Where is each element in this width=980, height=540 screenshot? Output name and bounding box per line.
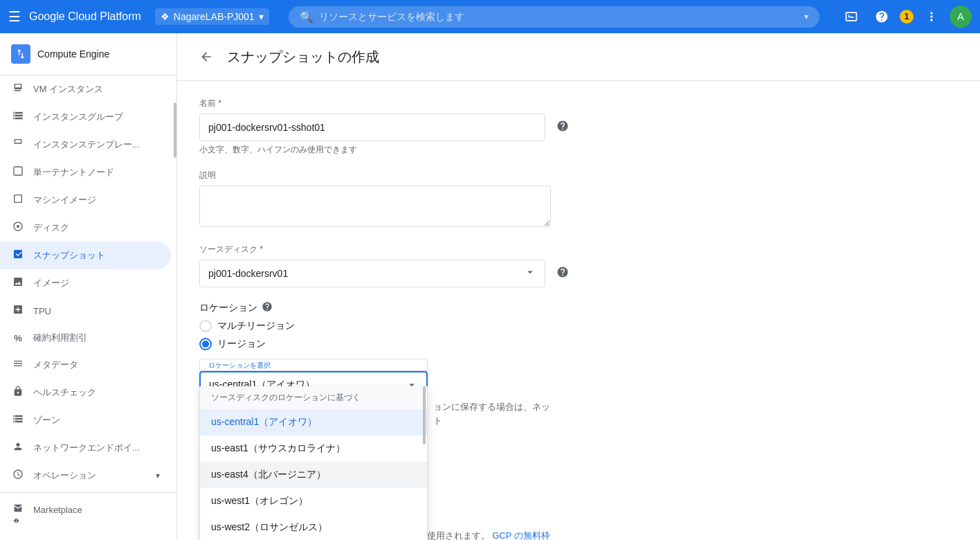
dropdown-item-us-west2[interactable]: us-west2（ロサンゼルス） bbox=[200, 514, 427, 540]
region-label: リージョン bbox=[217, 338, 266, 350]
source-disk-value: pj001-dockersrv01 bbox=[208, 268, 524, 279]
sidebar-item-tpu[interactable]: TPU bbox=[0, 297, 171, 325]
main-content: スナップショットの作成 名前 * 小文字、数字、ハイフンのみ使用できます 説明 bbox=[177, 33, 980, 540]
sidebar-item-label: VM インスタンス bbox=[33, 83, 160, 96]
dropdown-scrollbar bbox=[423, 386, 426, 444]
instance-templates-icon bbox=[11, 138, 25, 152]
sidebar-item-zones[interactable]: ゾーン bbox=[0, 406, 171, 434]
sidebar-item-sole-tenant[interactable]: 単一テナントノード bbox=[0, 159, 171, 186]
form-area: 名前 * 小文字、数字、ハイフンのみ使用できます 説明 ソースディスク bbox=[177, 81, 772, 496]
region-radio-dot bbox=[202, 341, 209, 348]
search-bar[interactable]: 🔍 ▾ bbox=[289, 6, 819, 28]
sidebar-title: Compute Engine bbox=[37, 48, 109, 60]
metadata-icon bbox=[11, 358, 25, 372]
name-input-wrapper bbox=[199, 114, 545, 141]
back-button[interactable] bbox=[194, 44, 219, 69]
project-selector[interactable]: ❖ NagareLAB-PJ001 ▾ bbox=[155, 8, 269, 25]
sidebar-item-committed-use[interactable]: % 確約利用割引 bbox=[0, 325, 171, 351]
svg-rect-0 bbox=[14, 167, 22, 175]
terminal-icon-btn[interactable] bbox=[839, 4, 864, 29]
region-radio[interactable]: リージョン bbox=[199, 338, 750, 350]
project-name: NagareLAB-PJ001 bbox=[174, 11, 255, 22]
sidebar-item-label: インスタンステンプレー... bbox=[33, 138, 160, 151]
sidebar-item-network-endpoints[interactable]: ネットワークエンドポイ... bbox=[0, 434, 171, 462]
more-icon-btn[interactable] bbox=[919, 4, 944, 29]
page-title: スナップショットの作成 bbox=[227, 48, 379, 66]
operations-expand-icon: ▾ bbox=[156, 471, 160, 480]
instance-groups-icon bbox=[11, 110, 25, 124]
dropdown-group-label: ソースディスクのロケーションに基づく bbox=[200, 386, 427, 409]
location-dropdown-area: ロケーションを選択 us-central1（アイオワ） ソースディスクのロケーシ… bbox=[199, 359, 750, 427]
sole-tenant-icon bbox=[11, 165, 25, 179]
sidebar-item-label: ディスク bbox=[33, 222, 160, 234]
location-help-icon[interactable] bbox=[262, 301, 273, 314]
sidebar-item-label: マシンイメージ bbox=[33, 194, 160, 206]
sidebar-item-metadata[interactable]: メタデータ bbox=[0, 351, 171, 379]
sidebar-item-machine-images[interactable]: マシンイメージ bbox=[0, 186, 171, 214]
sidebar-item-label: ネットワークエンドポイ... bbox=[33, 442, 160, 454]
sidebar-item-label: 単一テナントノード bbox=[33, 166, 160, 179]
app-logo: Google Cloud Platform bbox=[29, 10, 141, 23]
name-field: 名前 * 小文字、数字、ハイフンのみ使用できます bbox=[199, 98, 750, 156]
disks-icon bbox=[11, 221, 25, 235]
dropdown-item-us-west1[interactable]: us-west1（オレゴン） bbox=[200, 488, 427, 514]
help-icon-btn[interactable] bbox=[869, 4, 894, 29]
multiregion-radio[interactable]: マルチリージョン bbox=[199, 320, 750, 332]
sidebar-item-label: イメージ bbox=[33, 277, 160, 289]
region-radio-circle bbox=[199, 338, 212, 350]
source-disk-field: ソースディスク * pj001-dockersrv01 bbox=[199, 244, 750, 287]
source-disk-arrow-icon bbox=[524, 266, 536, 281]
search-icon: 🔍 bbox=[300, 10, 314, 24]
dropdown-item-us-east4[interactable]: us-east4（北バージニア） bbox=[200, 462, 427, 488]
multiregion-label: マルチリージョン bbox=[217, 320, 295, 332]
tpu-icon bbox=[11, 304, 25, 318]
sidebar-item-instance-templates[interactable]: インスタンステンプレー... bbox=[0, 131, 171, 159]
top-header: ☰ Google Cloud Platform ❖ NagareLAB-PJ00… bbox=[0, 0, 980, 33]
project-arrow-icon: ▾ bbox=[259, 11, 264, 22]
user-avatar[interactable]: A bbox=[950, 6, 972, 28]
source-disk-label: ソースディスク * bbox=[199, 244, 750, 255]
search-expand-icon: ▾ bbox=[804, 12, 808, 21]
page-header: スナップショットの作成 bbox=[177, 33, 980, 81]
dropdown-item-us-central1[interactable]: us-central1（アイオワ） bbox=[200, 409, 427, 435]
location-info-text: ョンに保存する場合は、ネット bbox=[433, 400, 550, 427]
location-dropdown-wrapper: ロケーションを選択 us-central1（アイオワ） ソースディスクのロケーシ… bbox=[199, 359, 428, 399]
committed-use-icon: % bbox=[11, 333, 25, 343]
source-disk-help-icon[interactable] bbox=[556, 266, 569, 281]
compute-engine-icon bbox=[11, 44, 30, 64]
location-select-label: ロケーションを選択 bbox=[199, 359, 428, 371]
sidebar-item-snapshots[interactable]: スナップショット bbox=[0, 242, 171, 269]
sidebar-item-label: ゾーン bbox=[33, 414, 160, 426]
sidebar-item-disks[interactable]: ディスク bbox=[0, 214, 171, 242]
sidebar-item-label: 確約利用割引 bbox=[33, 332, 160, 344]
health-checks-icon bbox=[11, 386, 25, 399]
sidebar-item-health-checks[interactable]: ヘルスチェック bbox=[0, 379, 171, 406]
menu-icon[interactable]: ☰ bbox=[8, 8, 21, 25]
description-input[interactable] bbox=[199, 186, 551, 227]
sidebar-collapse-btn[interactable] bbox=[6, 510, 28, 532]
dropdown-item-us-east1[interactable]: us-east1（サウスカロライナ） bbox=[200, 435, 427, 462]
notification-badge[interactable]: 1 bbox=[900, 10, 914, 24]
sidebar-item-label: TPU bbox=[33, 306, 160, 316]
scrollbar[interactable] bbox=[174, 102, 176, 158]
sidebar-item-vm-instances[interactable]: VM インスタンス bbox=[0, 75, 171, 103]
machine-images-icon bbox=[11, 193, 25, 207]
gcp-free-tier-link[interactable]: GCP の無料枠 bbox=[492, 530, 550, 540]
vm-instances-icon bbox=[11, 82, 25, 96]
network-endpoints-icon bbox=[11, 441, 25, 455]
source-disk-selector[interactable]: pj001-dockersrv01 bbox=[199, 260, 545, 287]
sidebar-item-images[interactable]: イメージ bbox=[0, 269, 171, 297]
sidebar-item-instance-groups[interactable]: インスタンスグループ bbox=[0, 103, 171, 131]
search-input[interactable] bbox=[319, 11, 799, 22]
location-label: ロケーション bbox=[199, 301, 750, 314]
location-section: ロケーション マルチリージョン リージョン bbox=[199, 301, 750, 427]
sidebar-item-operations[interactable]: オペレーション ▾ bbox=[0, 462, 171, 489]
zones-icon bbox=[11, 413, 25, 427]
multiregion-radio-circle bbox=[199, 320, 212, 332]
images-icon bbox=[11, 276, 25, 290]
name-help-icon[interactable] bbox=[556, 120, 569, 135]
sidebar-item-label: ヘルスチェック bbox=[33, 386, 160, 399]
name-input[interactable] bbox=[208, 122, 536, 133]
sidebar-item-label: Marketplace bbox=[33, 505, 160, 515]
sidebar-item-label: インスタンスグループ bbox=[33, 111, 160, 123]
